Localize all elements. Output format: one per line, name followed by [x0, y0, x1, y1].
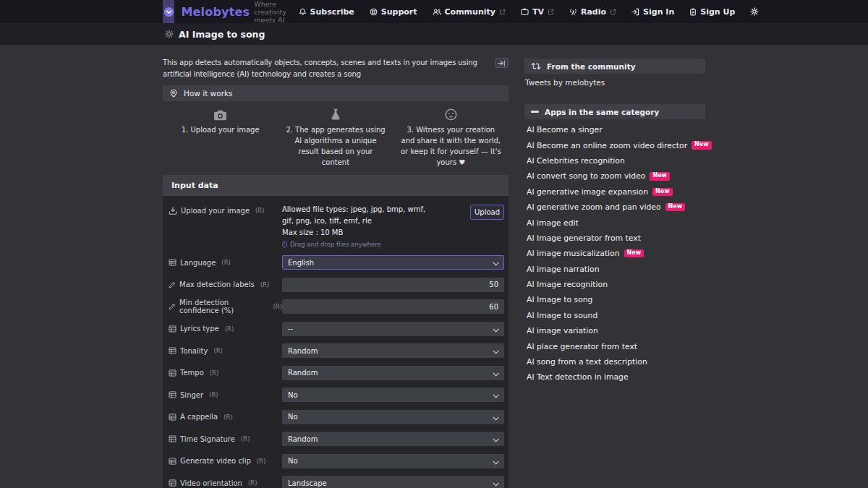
app-link[interactable]: AI Image generator from text — [527, 231, 705, 246]
app-link[interactable]: AI convert song to zoom videoNew — [527, 168, 705, 184]
nav-sign-in[interactable]: Sign In — [631, 7, 674, 17]
chevron-down-icon — [493, 348, 498, 354]
app-link[interactable]: AI Celebrities recognition — [527, 153, 705, 168]
new-badge: New — [624, 249, 644, 257]
singer-select[interactable]: No — [282, 388, 504, 402]
field-row-singer: Singer(R) No — [163, 384, 509, 406]
logo[interactable]: Melobytes Where creativity meets AI — [163, 0, 299, 24]
settings-gear-icon[interactable] — [750, 7, 759, 16]
nav-subscribe[interactable]: Subscribe — [299, 7, 354, 17]
app-link[interactable]: AI image edit — [527, 215, 705, 230]
field-row-tonality: Tonality(R) Random — [163, 340, 509, 362]
drag-drop-hint: Drag and drop files anywhere — [282, 241, 470, 248]
pencil-icon — [169, 303, 176, 310]
generate-video-clip-select[interactable]: No — [282, 454, 504, 468]
table-icon — [169, 259, 176, 266]
new-badge: New — [652, 188, 673, 196]
app-link[interactable]: AI generative image expansionNew — [527, 184, 705, 200]
new-badge: New — [692, 141, 712, 149]
page-title-bar: AI Image to song — [0, 23, 868, 45]
app-link[interactable]: AI Become an online zoom video directorN… — [527, 137, 705, 153]
step-2: 2. The app generates using AI algorithms… — [278, 105, 393, 168]
table-icon — [169, 369, 176, 377]
users-icon — [433, 8, 441, 16]
app-link[interactable]: AI Become a singer — [527, 122, 705, 137]
brand-tagline: Where creativity meets AI — [254, 0, 298, 24]
nav-tv[interactable]: TV — [521, 7, 554, 17]
nav-sign-up[interactable]: Sign Up — [689, 7, 735, 17]
video-orientation-select[interactable]: Landscape — [282, 476, 504, 488]
min-detection-confidence-input[interactable] — [282, 299, 504, 314]
pin-icon — [169, 89, 178, 98]
how-it-works-header[interactable]: How it works — [163, 85, 509, 101]
field-row-time-signature: Time Signature(R) Random — [163, 428, 509, 450]
chevron-down-icon — [493, 392, 498, 398]
field-row-max-detection-labels: Max detection labels(R) — [163, 274, 509, 296]
sign-in-icon — [631, 8, 639, 16]
app-link[interactable]: AI generative zoom and pan videoNew — [527, 200, 705, 215]
input-data-panel: Input data Upload your image (R) Allowed… — [163, 175, 509, 488]
nav-radio[interactable]: Radio — [569, 7, 616, 17]
table-icon — [169, 479, 176, 487]
external-link-icon — [548, 9, 554, 15]
max-detection-labels-input[interactable] — [282, 278, 504, 292]
language-select[interactable]: English — [282, 255, 504, 270]
from-community-header[interactable]: From the community — [524, 59, 705, 74]
app-link[interactable]: AI image musicalizationNew — [527, 246, 705, 261]
flask-icon — [284, 105, 386, 121]
field-row-min-detection-confidence: Min detection confidence (%)(R) — [163, 296, 509, 318]
a-cappella-select[interactable]: No — [282, 410, 504, 424]
chevron-down-icon — [493, 480, 498, 486]
nav-community[interactable]: Community — [433, 7, 506, 17]
external-link-icon — [499, 9, 506, 15]
app-link[interactable]: AI Image to song — [527, 292, 705, 307]
table-icon — [169, 458, 176, 465]
smiley-icon — [400, 105, 502, 121]
chevron-down-icon — [493, 370, 498, 376]
upload-row: Upload your image (R) Allowed file types… — [163, 196, 509, 252]
app-link[interactable]: AI image narration — [527, 262, 705, 277]
app-gear-icon — [165, 30, 174, 38]
nav-support[interactable]: Support — [370, 7, 417, 17]
new-badge: New — [650, 172, 670, 180]
table-icon — [169, 435, 176, 442]
logo-badge — [163, 0, 174, 23]
camera-icon — [169, 105, 271, 121]
field-row-language: Language(R) English — [163, 252, 509, 274]
category-app-list: AI Become a singer AI Become an online z… — [527, 122, 705, 385]
chevron-down-icon — [493, 326, 498, 332]
minus-icon — [531, 111, 539, 112]
chevron-down-icon — [493, 436, 498, 442]
check-circle-icon — [163, 7, 174, 17]
tempo-select[interactable]: Random — [282, 366, 504, 380]
app-link[interactable]: AI place generator from text — [527, 338, 705, 354]
brand-name: Melobytes — [181, 5, 250, 19]
table-icon — [169, 391, 176, 398]
time-signature-select[interactable]: Random — [282, 432, 504, 446]
app-link[interactable]: AI Image to sound — [527, 308, 705, 323]
tonality-select[interactable]: Random — [282, 343, 504, 358]
same-category-header[interactable]: Apps in the same category — [524, 104, 705, 119]
retweet-icon — [531, 62, 541, 70]
upload-button[interactable]: Upload — [470, 205, 504, 220]
bell-icon — [299, 8, 307, 16]
app-link[interactable]: AI Text detection in image — [527, 369, 705, 385]
field-row-generate-video-clip: Generate video clip(R) No — [163, 450, 509, 473]
chevron-down-icon — [493, 458, 498, 464]
table-icon — [169, 347, 176, 354]
app-link[interactable]: AI image variation — [527, 323, 705, 338]
upload-info: Allowed file types: jpeg, jpg, bmp, wmf,… — [282, 202, 470, 247]
tweets-link[interactable]: Tweets by melobytes — [525, 78, 605, 87]
arrow-to-bar-icon[interactable] — [495, 58, 509, 68]
top-header: Melobytes Where creativity meets AI Subs… — [0, 0, 868, 23]
upload-icon — [169, 207, 177, 215]
lyrics-type-select[interactable]: -- — [282, 322, 504, 336]
tv-icon — [521, 8, 529, 16]
app-link[interactable]: AI Image recognition — [527, 277, 705, 292]
field-row-tempo: Tempo(R) Random — [163, 362, 509, 385]
app-link[interactable]: AI song from a text description — [527, 354, 705, 369]
mouse-icon — [282, 241, 287, 248]
step-1: 1. Upload your image — [163, 105, 278, 168]
field-row-lyrics-type: Lyrics type(R) -- — [163, 318, 509, 341]
external-link-icon — [610, 9, 616, 15]
